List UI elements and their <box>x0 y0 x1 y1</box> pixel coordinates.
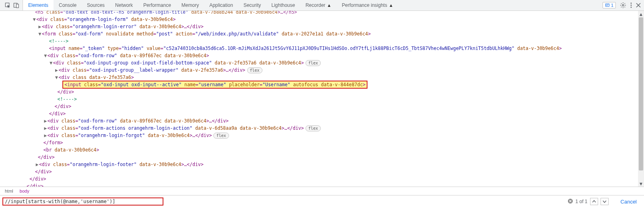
dom-tree-line[interactable]: </div> <box>0 103 644 110</box>
search-cancel-button[interactable]: Cancel <box>621 199 637 205</box>
expand-toggle-icon[interactable]: ▶ <box>43 117 47 125</box>
dom-tree-line[interactable]: ▶<div class="orangehrm-login-forgot" dat… <box>0 132 644 139</box>
expand-toggle-icon[interactable]: ▶ <box>55 66 59 74</box>
dom-tree-line[interactable]: ▶<div class="oxd-form-row" data-v-89f667… <box>0 117 644 125</box>
expand-toggle-icon[interactable]: ▼ <box>32 16 36 23</box>
devtools-tabbar: ElementsConsoleSourcesNetworkPerformance… <box>0 0 644 11</box>
issue-badge-count: 1 <box>611 3 613 8</box>
svg-rect-3 <box>605 4 609 6</box>
inspect-icon[interactable] <box>5 2 11 8</box>
tab-lighthouse[interactable]: Lighthouse <box>266 0 300 10</box>
dom-tree-line[interactable]: <!----> <box>0 96 644 103</box>
dom-tree-line[interactable]: ▶<div class="oxd-form-actions orangehrm-… <box>0 125 644 132</box>
dom-tree-line[interactable]: <!----> <box>0 37 644 45</box>
tab-security[interactable]: Security <box>238 0 266 10</box>
expand-toggle-icon[interactable]: ▶ <box>38 23 42 30</box>
dom-tree-line[interactable]: <h5 class="oxd-text oxd-text--h5 orangeh… <box>0 11 644 16</box>
dom-tree-line[interactable]: <br data-v-30b9e6c4> <box>0 146 644 154</box>
dom-tree-line[interactable]: ▼<div class="oxd-input-group oxd-input-f… <box>0 59 644 66</box>
svg-line-11 <box>621 3 621 4</box>
dom-tree-line[interactable]: ▼<div class="orangehrm-login-form" data-… <box>0 16 644 23</box>
svg-line-14 <box>625 3 625 4</box>
dom-tree-line[interactable]: </div> <box>0 88 644 96</box>
elements-breadcrumb: htmlbody <box>0 187 644 195</box>
svg-rect-2 <box>17 4 19 8</box>
warning-icon: ▲ <box>327 3 331 8</box>
expand-toggle-icon[interactable]: ▼ <box>55 74 59 81</box>
dom-tree-line[interactable]: </div> <box>0 183 644 187</box>
dom-tree-line[interactable]: </div> <box>0 154 644 161</box>
dom-tree-line[interactable]: ▼<div class data-v-2fe357a6> <box>0 74 644 81</box>
svg-line-12 <box>625 7 625 7</box>
tab-sources[interactable]: Sources <box>82 0 110 10</box>
tabbar-leading <box>2 0 23 10</box>
expand-toggle-icon[interactable]: ▶ <box>43 125 47 132</box>
elements-tree-area: <h5 class="oxd-text oxd-text--h5 orangeh… <box>0 11 644 187</box>
dom-tree-line[interactable]: </div> <box>0 175 644 183</box>
dom-tree-line[interactable]: </div> <box>0 168 644 175</box>
search-next-button[interactable] <box>601 198 609 205</box>
scroll-down-icon[interactable]: ▼ <box>638 181 644 187</box>
search-prev-button[interactable] <box>590 198 598 205</box>
expand-toggle-icon[interactable]: ▼ <box>49 59 53 66</box>
tree-scrollbar[interactable]: ▲ ▼ <box>638 11 644 187</box>
dom-tree-line[interactable]: ▼<form class="oxd-form" novalidate metho… <box>0 30 644 37</box>
tabs: ElementsConsoleSourcesNetworkPerformance… <box>23 0 398 10</box>
svg-point-17 <box>631 7 632 8</box>
issue-badge[interactable]: 1 <box>603 2 616 8</box>
search-input[interactable] <box>2 197 163 206</box>
dom-tree-line[interactable]: ▶<div class="orangehrm-login-footer" dat… <box>0 161 644 168</box>
tabbar-right: 1 <box>603 0 644 10</box>
clear-search-icon[interactable] <box>568 198 573 205</box>
breadcrumb-item[interactable]: html <box>2 188 17 194</box>
svg-point-6 <box>622 4 624 6</box>
tab-performance-insights[interactable]: Performance insights▲ <box>336 0 398 10</box>
tab-recorder[interactable]: Recorder▲ <box>300 0 336 10</box>
dom-tree-line[interactable]: <input name="_token" type="hidden" value… <box>0 45 644 52</box>
expand-toggle-icon[interactable]: ▼ <box>38 30 42 37</box>
dom-tree-line[interactable]: </div> <box>0 110 644 117</box>
dom-tree-line[interactable]: ▼<div class="oxd-form-row" data-v-89f667… <box>0 52 644 59</box>
flex-badge[interactable]: flex <box>305 125 321 131</box>
svg-point-15 <box>631 3 632 4</box>
warning-icon: ▲ <box>389 3 393 8</box>
expand-toggle-icon[interactable]: ▼ <box>43 52 47 59</box>
dom-tree-line[interactable]: <input class="oxd-input oxd-input--activ… <box>0 81 644 88</box>
svg-point-16 <box>631 5 632 6</box>
expand-toggle-icon[interactable]: ▶ <box>43 132 47 139</box>
close-icon[interactable] <box>636 3 641 8</box>
flex-badge[interactable]: flex <box>305 60 321 66</box>
dom-tree-line[interactable]: ▶<div class="orangehrm-login-error" data… <box>0 23 644 30</box>
tab-application[interactable]: Application <box>204 0 238 10</box>
flex-badge[interactable]: flex <box>213 133 229 139</box>
svg-line-13 <box>621 7 621 7</box>
dom-tree-line[interactable]: </form> <box>0 139 644 146</box>
tab-elements[interactable]: Elements <box>23 0 54 10</box>
tab-memory[interactable]: Memory <box>176 0 204 10</box>
scrollbar-thumb[interactable] <box>639 17 643 170</box>
scroll-up-icon[interactable]: ▲ <box>638 11 644 17</box>
flex-badge[interactable]: flex <box>247 67 262 73</box>
device-toggle-icon[interactable] <box>13 2 19 8</box>
breadcrumb-item[interactable]: body <box>17 188 33 194</box>
expand-toggle-icon[interactable]: ▶ <box>35 161 39 168</box>
dom-tree-line[interactable]: ▶<div class="oxd-input-group__label-wrap… <box>0 66 644 74</box>
gear-icon[interactable] <box>620 2 626 8</box>
tab-network[interactable]: Network <box>110 0 138 10</box>
kebab-icon[interactable] <box>630 2 632 8</box>
elements-search-bar: 1 of 1 Cancel <box>0 195 644 208</box>
search-result-count: 1 of 1 <box>576 199 588 204</box>
tab-performance[interactable]: Performance <box>138 0 176 10</box>
elements-dom-tree[interactable]: <h5 class="oxd-text oxd-text--h5 orangeh… <box>0 11 644 187</box>
highlighted-node[interactable]: <input class="oxd-input oxd-input--activ… <box>63 81 367 88</box>
tab-console[interactable]: Console <box>54 0 82 10</box>
